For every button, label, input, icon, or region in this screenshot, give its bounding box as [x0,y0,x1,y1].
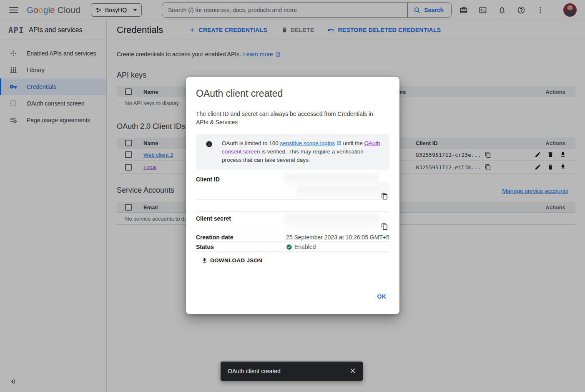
copy-icon[interactable] [381,223,388,230]
notice-text: OAuth is limited to 100 sensitive scope … [222,139,384,164]
external-link-icon [336,141,341,146]
client-secret-row: Client secret [196,212,389,232]
client-id-row: Client ID [196,172,389,200]
oauth-client-created-dialog: OAuth client created The client ID and s… [186,77,399,314]
status-value: Enabled [294,244,316,250]
creation-date-value: 25 September 2023 at 10:26:05 GMT+5 [286,234,389,241]
creation-date-row: Creation date 25 September 2023 at 10:26… [196,232,389,242]
sensitive-scope-logins-link[interactable]: sensitive scope logins [280,140,335,146]
dialog-fields: Client ID Client secret Creation date 25… [196,172,389,252]
google-cloud-console: Google Cloud BoxyHQ Search (/) for resou… [0,0,585,392]
redacted-client-id [284,174,379,187]
info-icon [196,139,222,164]
redacted-client-id [379,183,390,189]
redacted-client-id [296,186,389,198]
close-icon[interactable] [349,367,357,375]
download-json-button[interactable]: DOWNLOAD JSON [201,257,262,264]
check-circle-icon [286,244,292,250]
redacted-client-secret [284,214,379,229]
spacer-row [196,200,389,212]
snackbar: OAuth client created [221,362,363,381]
ok-button[interactable]: OK [374,291,390,302]
snackbar-message: OAuth client created [228,368,281,374]
copy-icon[interactable] [381,193,388,200]
dialog-title: OAuth client created [196,88,283,99]
dialog-body-text: The client ID and secret can always be a… [196,110,384,126]
notice-box: OAuth is limited to 100 sensitive scope … [196,134,389,170]
status-row: Status Enabled [196,242,389,252]
download-icon [201,257,208,264]
